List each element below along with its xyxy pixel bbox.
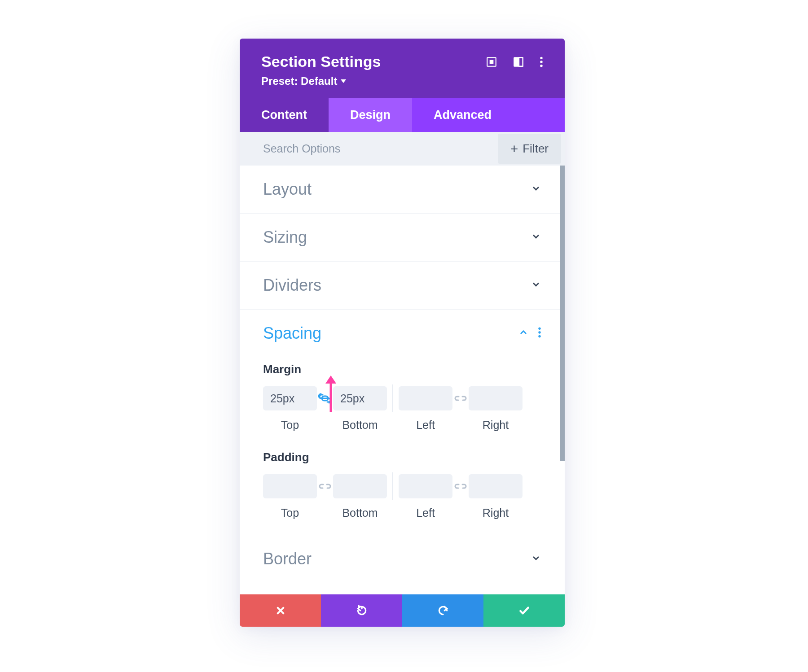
- accordion-spacing-title: Spacing: [263, 324, 321, 343]
- accordion-layout-title: Layout: [263, 180, 312, 199]
- preset-selector[interactable]: Preset: Default: [261, 75, 346, 87]
- plus-icon: +: [510, 142, 518, 156]
- spacing-body: Margin: [240, 362, 565, 535]
- label-right: Right: [469, 506, 523, 519]
- label-top: Top: [263, 506, 317, 519]
- panel-footer: [240, 594, 565, 627]
- chevron-up-icon: [518, 327, 529, 340]
- svg-marker-12: [325, 375, 336, 384]
- svg-point-9: [538, 331, 540, 333]
- accordion-border-title: Border: [263, 550, 312, 568]
- margin-left-input[interactable]: [399, 386, 452, 410]
- tab-bar: Content Design Advanced: [240, 98, 565, 132]
- padding-top-input[interactable]: [263, 474, 317, 498]
- redo-icon: [437, 605, 449, 616]
- svg-rect-1: [490, 60, 493, 63]
- spacing-more-icon[interactable]: [538, 327, 541, 340]
- filter-label: Filter: [523, 142, 549, 156]
- caret-down-icon: [341, 79, 346, 83]
- padding-right-input[interactable]: [469, 474, 523, 498]
- tab-content[interactable]: Content: [240, 98, 329, 132]
- divider: [392, 472, 393, 500]
- padding-bottom-input[interactable]: [333, 474, 387, 498]
- tab-design[interactable]: Design: [329, 98, 412, 132]
- svg-point-5: [540, 57, 542, 59]
- cancel-button[interactable]: [240, 594, 321, 627]
- label-bottom: Bottom: [333, 506, 387, 519]
- divider: [392, 384, 393, 412]
- search-row: + Filter: [240, 132, 565, 166]
- filter-button[interactable]: + Filter: [498, 134, 561, 164]
- panel-title: Section Settings: [261, 53, 381, 70]
- margin-top-input[interactable]: [263, 386, 317, 410]
- unlink-icon[interactable]: [317, 481, 333, 492]
- chevron-down-icon: [531, 183, 541, 196]
- svg-point-10: [538, 335, 540, 337]
- more-icon[interactable]: [540, 56, 543, 68]
- options-scroll-area: Layout Sizing Dividers Spacing: [240, 166, 565, 596]
- search-input[interactable]: [240, 133, 498, 164]
- tab-advanced[interactable]: Advanced: [412, 98, 513, 132]
- accordion-layout[interactable]: Layout: [240, 166, 565, 214]
- accordion-sizing-title: Sizing: [263, 228, 307, 247]
- accordion-border[interactable]: Border: [240, 535, 565, 583]
- panel-header: Section Settings: [240, 39, 565, 98]
- unlink-icon[interactable]: [452, 481, 469, 492]
- accordion-sizing[interactable]: Sizing: [240, 214, 565, 262]
- accordion-spacing[interactable]: Spacing: [240, 310, 565, 357]
- expand-icon[interactable]: [486, 56, 497, 68]
- svg-point-7: [540, 64, 542, 66]
- margin-inputs: [263, 384, 541, 412]
- svg-point-6: [540, 61, 542, 63]
- margin-right-input[interactable]: [469, 386, 523, 410]
- padding-inputs: [263, 472, 541, 500]
- label-left: Left: [399, 506, 452, 519]
- settings-panel: Section Settings: [240, 39, 565, 627]
- accordion-dividers[interactable]: Dividers: [240, 262, 565, 310]
- link-icon[interactable]: [317, 393, 333, 404]
- margin-bottom-input[interactable]: [333, 386, 387, 410]
- margin-label: Margin: [263, 362, 541, 376]
- close-icon: [276, 606, 285, 615]
- save-button[interactable]: [483, 594, 565, 627]
- unlink-icon[interactable]: [452, 393, 469, 404]
- chevron-down-icon: [531, 279, 541, 292]
- padding-left-input[interactable]: [399, 474, 452, 498]
- label-left: Left: [399, 419, 452, 432]
- preset-label: Preset: Default: [261, 75, 337, 87]
- redo-button[interactable]: [402, 594, 483, 627]
- svg-rect-3: [519, 57, 523, 66]
- undo-button[interactable]: [321, 594, 402, 627]
- padding-label: Padding: [263, 450, 541, 464]
- chevron-down-icon: [531, 231, 541, 244]
- label-bottom: Bottom: [333, 419, 387, 432]
- check-icon: [518, 605, 530, 616]
- accordion-dividers-title: Dividers: [263, 276, 321, 295]
- svg-point-8: [538, 327, 540, 330]
- undo-icon: [356, 605, 368, 616]
- responsive-icon[interactable]: [513, 56, 524, 68]
- label-top: Top: [263, 419, 317, 432]
- label-right: Right: [469, 419, 523, 432]
- chevron-down-icon: [531, 553, 541, 565]
